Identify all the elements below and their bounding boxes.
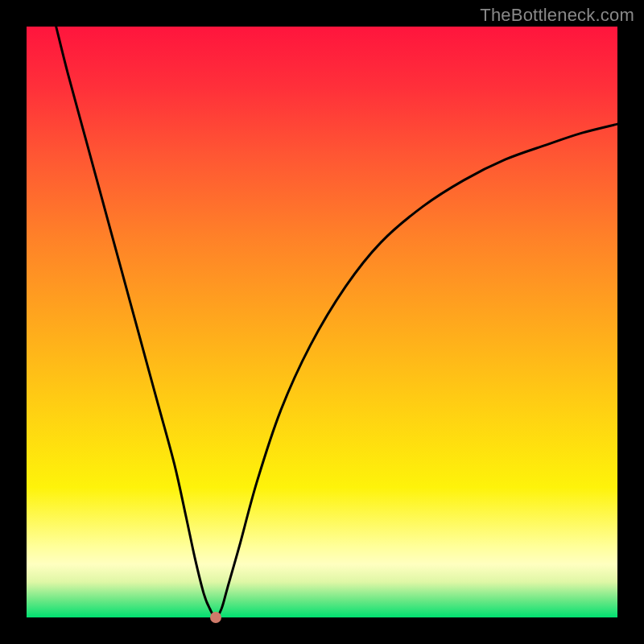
bottleneck-curve xyxy=(27,27,617,617)
plot-area xyxy=(27,27,617,617)
minimum-marker xyxy=(210,612,221,623)
chart-frame: TheBottleneck.com xyxy=(0,0,644,644)
watermark-text: TheBottleneck.com xyxy=(480,5,634,26)
